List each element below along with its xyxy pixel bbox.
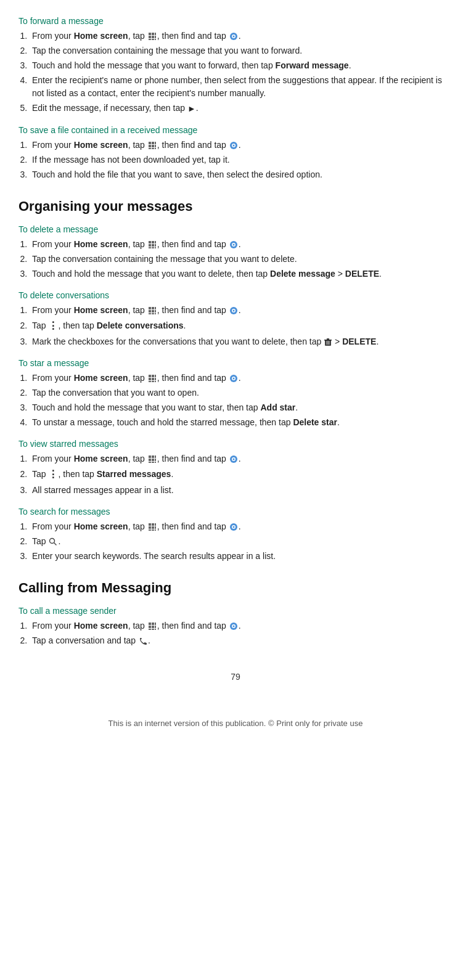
svg-rect-15 xyxy=(149,145,151,147)
svg-rect-18 xyxy=(149,148,151,149)
step-forward-4: Enter the recipient's name or phone numb… xyxy=(30,74,453,100)
subheading-delete-message: To delete a message xyxy=(18,224,453,234)
svg-rect-55 xyxy=(155,375,156,377)
svg-rect-6 xyxy=(149,39,151,40)
svg-rect-38 xyxy=(155,307,156,309)
subsection-view-starred: To view starred messages From your Home … xyxy=(18,439,453,497)
svg-rect-40 xyxy=(152,310,154,312)
svg-rect-49 xyxy=(327,338,329,340)
homescreen-bold-2: Home screen xyxy=(74,140,128,150)
svg-rect-26 xyxy=(155,241,156,243)
section-calling: Calling from Messaging To call a message… xyxy=(18,580,453,647)
svg-rect-20 xyxy=(155,148,156,149)
subsection-search-messages: To search for messages From your Home sc… xyxy=(18,507,453,563)
step-search-2: Tap . xyxy=(30,535,453,548)
svg-rect-30 xyxy=(149,247,151,248)
step-delete-conv-1: From your Home screen, tap , then find a… xyxy=(30,304,453,317)
svg-point-23 xyxy=(232,145,234,147)
steps-view-starred: From your Home screen, tap , then find a… xyxy=(30,452,453,497)
grid-icon-5 xyxy=(148,374,157,383)
step-delete-msg-1: From your Home screen, tap , then find a… xyxy=(30,238,453,251)
messaging-icon-8 xyxy=(229,622,238,631)
forward-message-label: Forward message xyxy=(276,60,349,70)
svg-rect-92 xyxy=(152,623,154,625)
subsection-delete-message: To delete a message From your Home scree… xyxy=(18,224,453,280)
trash-icon xyxy=(324,338,332,346)
phone-icon xyxy=(139,637,147,645)
svg-rect-7 xyxy=(152,39,154,40)
search-icon xyxy=(49,537,57,546)
messaging-icon-3 xyxy=(229,240,238,249)
svg-line-90 xyxy=(54,543,57,545)
step-save-1: From your Home screen, tap , then find a… xyxy=(30,139,453,152)
messaging-icon-5 xyxy=(229,374,238,383)
messaging-icon-4 xyxy=(229,306,238,315)
svg-point-89 xyxy=(50,539,55,544)
step-save-3: Touch and hold the file that you want to… xyxy=(30,168,453,181)
step-call-2: Tap a conversation and tap . xyxy=(30,634,453,647)
send-icon: ► xyxy=(187,102,196,115)
svg-rect-1 xyxy=(152,33,154,35)
subheading-call-sender: To call a message sender xyxy=(18,606,453,616)
svg-rect-29 xyxy=(155,244,156,247)
svg-rect-91 xyxy=(149,623,151,625)
grid-icon-7 xyxy=(148,523,157,531)
page-number: 79 xyxy=(18,672,453,682)
subsection-call-sender: To call a message sender From your Home … xyxy=(18,606,453,647)
svg-rect-78 xyxy=(152,523,154,526)
section-forward: To forward a message From your Home scre… xyxy=(18,16,453,115)
svg-rect-58 xyxy=(155,378,156,380)
svg-point-47 xyxy=(232,310,234,312)
svg-rect-57 xyxy=(152,378,154,380)
svg-rect-28 xyxy=(152,244,154,247)
section-heading-calling: Calling from Messaging xyxy=(18,580,453,596)
svg-rect-99 xyxy=(155,629,156,630)
svg-rect-39 xyxy=(149,310,151,312)
svg-point-76 xyxy=(232,459,234,460)
step-delete-msg-3: Touch and hold the message that you want… xyxy=(30,267,453,280)
page-footer: This is an internet version of this publ… xyxy=(18,719,453,728)
svg-rect-82 xyxy=(155,526,156,529)
svg-rect-93 xyxy=(155,623,156,625)
step-delete-conv-3: Mark the checkboxes for the conversation… xyxy=(30,335,453,348)
svg-rect-17 xyxy=(155,145,156,147)
messaging-icon-2 xyxy=(229,141,238,150)
svg-rect-5 xyxy=(155,36,156,38)
svg-rect-27 xyxy=(149,244,151,247)
step-starred-2: Tap ⋮, then tap Starred messages. xyxy=(30,467,453,482)
step-star-1: From your Home screen, tap , then find a… xyxy=(30,372,453,385)
svg-rect-43 xyxy=(152,313,154,314)
dots-icon-2: ⋮ xyxy=(48,469,58,480)
grid-icon-6 xyxy=(148,455,157,463)
svg-rect-79 xyxy=(155,523,156,526)
step-delete-conv-2: Tap ⋮, then tap Delete conversations. xyxy=(30,319,453,333)
section-save-file: To save a file contained in a received m… xyxy=(18,125,453,181)
steps-call-sender: From your Home screen, tap , then find a… xyxy=(30,619,453,647)
svg-rect-16 xyxy=(152,145,154,147)
svg-rect-3 xyxy=(149,36,151,38)
svg-rect-24 xyxy=(149,241,151,243)
steps-delete-conversations: From your Home screen, tap , then find a… xyxy=(30,304,453,348)
subsection-heading-save-file: To save a file contained in a received m… xyxy=(18,125,453,135)
grid-icon-3 xyxy=(148,240,157,249)
svg-rect-36 xyxy=(149,307,151,309)
steps-search-messages: From your Home screen, tap , then find a… xyxy=(30,520,453,563)
svg-rect-0 xyxy=(149,33,151,35)
svg-rect-41 xyxy=(155,310,156,312)
svg-rect-19 xyxy=(152,148,154,149)
svg-rect-2 xyxy=(155,33,156,35)
section-organising: Organising your messages To delete a mes… xyxy=(18,198,453,563)
steps-delete-message: From your Home screen, tap , then find a… xyxy=(30,238,453,280)
svg-point-11 xyxy=(232,36,234,38)
svg-rect-69 xyxy=(152,459,154,461)
svg-rect-73 xyxy=(155,462,156,463)
page-content: To forward a message From your Home scre… xyxy=(18,16,453,728)
svg-rect-32 xyxy=(155,247,156,248)
messaging-icon-6 xyxy=(229,455,238,463)
svg-rect-53 xyxy=(149,375,151,377)
svg-rect-61 xyxy=(155,381,156,382)
svg-rect-71 xyxy=(149,462,151,463)
svg-rect-12 xyxy=(149,142,151,144)
svg-rect-14 xyxy=(155,142,156,144)
svg-rect-95 xyxy=(152,626,154,628)
